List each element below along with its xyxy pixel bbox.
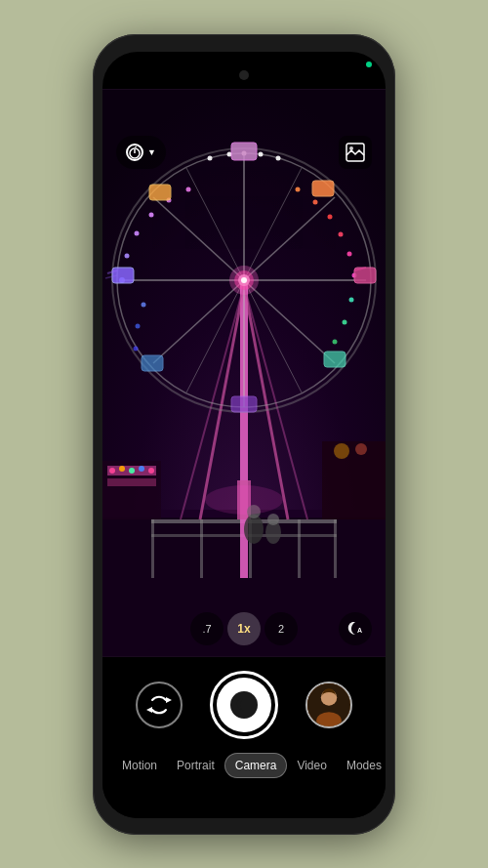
mode-tabs: Motion Portrait Camera Video Modes: [102, 747, 386, 792]
camera-viewfinder: ▼ .7 1x 2: [102, 89, 386, 657]
svg-point-33: [347, 251, 352, 256]
bottom-ui: Motion Portrait Camera Video Modes: [102, 657, 386, 818]
shutter-inner: [217, 678, 271, 732]
svg-rect-9: [334, 519, 337, 578]
svg-point-79: [267, 514, 279, 525]
timer-icon: [126, 144, 143, 161]
night-auto-icon: A: [346, 619, 365, 639]
moon-icon: [233, 694, 255, 716]
flip-camera-icon: [146, 692, 172, 718]
zoom-0-7-button[interactable]: .7: [190, 612, 224, 645]
svg-point-74: [334, 443, 349, 459]
svg-rect-8: [298, 519, 301, 578]
camera-actions: [102, 657, 386, 747]
gallery-button[interactable]: [339, 136, 372, 169]
svg-rect-73: [322, 441, 386, 519]
phone-screen: ▼ .7 1x 2: [102, 52, 386, 818]
mode-tab-camera[interactable]: Camera: [224, 753, 288, 778]
zoom-1x-button[interactable]: 1x: [227, 612, 261, 645]
svg-marker-91: [146, 707, 152, 713]
night-auto-button[interactable]: A: [339, 612, 372, 645]
phone-device: ▼ .7 1x 2: [93, 34, 395, 835]
zoom-2x-button[interactable]: 2: [264, 612, 298, 645]
svg-point-68: [109, 468, 115, 474]
ferris-wheel-scene: [102, 89, 386, 657]
svg-rect-56: [324, 351, 346, 367]
chevron-down-icon: ▼: [147, 147, 156, 157]
svg-point-71: [139, 466, 144, 472]
gallery-icon: [345, 142, 366, 163]
svg-text:A: A: [357, 627, 362, 634]
zoom-controls: .7 1x 2: [190, 612, 298, 645]
shutter-mode-icon: [230, 691, 258, 719]
svg-point-40: [134, 346, 139, 351]
shutter-button[interactable]: [210, 671, 278, 739]
svg-point-88: [349, 146, 353, 150]
svg-point-29: [296, 186, 301, 191]
svg-point-35: [349, 297, 354, 302]
svg-point-38: [142, 302, 146, 307]
front-camera: [239, 70, 249, 80]
svg-point-23: [186, 186, 191, 191]
svg-point-30: [313, 199, 318, 204]
top-controls: ▼: [102, 136, 386, 169]
timer-button[interactable]: ▼: [116, 136, 166, 169]
svg-point-75: [355, 443, 367, 455]
svg-rect-67: [107, 478, 156, 486]
svg-point-64: [241, 277, 247, 283]
svg-point-32: [339, 231, 344, 236]
mode-tab-portrait[interactable]: Portrait: [167, 754, 224, 777]
flip-camera-button[interactable]: [136, 682, 183, 728]
svg-point-19: [125, 253, 130, 258]
svg-point-31: [328, 214, 333, 219]
mode-tab-motion[interactable]: Motion: [112, 754, 167, 777]
svg-rect-5: [151, 519, 154, 578]
svg-point-20: [135, 230, 140, 235]
svg-point-36: [343, 319, 347, 324]
svg-point-72: [148, 468, 154, 474]
svg-point-37: [333, 339, 338, 344]
top-notch: [102, 52, 386, 91]
svg-marker-90: [166, 697, 172, 703]
svg-point-70: [129, 468, 135, 474]
mode-tab-modes[interactable]: Modes: [337, 754, 386, 777]
svg-rect-60: [149, 185, 171, 200]
svg-rect-54: [312, 181, 334, 196]
svg-point-21: [149, 212, 154, 217]
mode-tab-video[interactable]: Video: [287, 754, 336, 777]
avatar-image: [307, 683, 350, 726]
green-indicator: [366, 62, 372, 67]
svg-line-86: [135, 146, 137, 147]
svg-point-69: [119, 466, 125, 472]
svg-rect-57: [231, 396, 257, 412]
svg-rect-6: [200, 519, 203, 578]
svg-rect-58: [142, 355, 163, 371]
svg-point-39: [136, 323, 141, 328]
svg-point-76: [244, 515, 264, 544]
svg-point-83: [205, 485, 283, 515]
recent-photo-button[interactable]: [305, 682, 352, 728]
